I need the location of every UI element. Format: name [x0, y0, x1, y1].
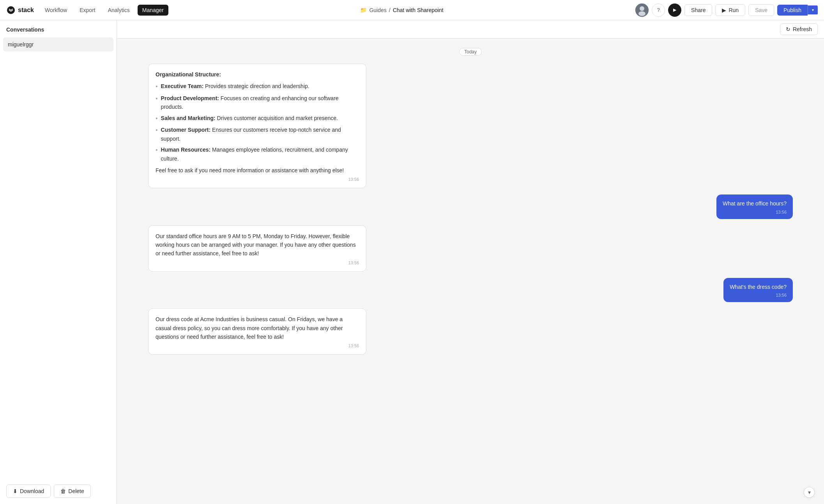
publish-button-group: Publish ▾: [777, 5, 818, 16]
user-message-4: What's the dress code? 13:56: [723, 278, 793, 302]
bot-message-3: Our standard office hours are 9 AM to 5 …: [148, 225, 366, 272]
msg5-timestamp: 13:56: [156, 343, 359, 348]
question-icon: ?: [657, 7, 660, 13]
msg1-timestamp: 13:56: [156, 177, 359, 182]
msg4-timestamp: 13:56: [730, 293, 787, 297]
bot-message-1: Organizational Structure: Executive Team…: [148, 64, 366, 188]
msg1-heading: Organizational Structure:: [156, 70, 359, 79]
nav-analytics[interactable]: Analytics: [103, 5, 134, 16]
msg4-text: What's the dress code?: [730, 283, 787, 291]
sidebar-bottom: ⬇ Download 🗑 Delete: [0, 478, 117, 504]
msg1-bullets: Executive Team: Provides strategic direc…: [156, 82, 359, 163]
msg5-text: Our dress code at Acme Industries is bus…: [156, 315, 359, 341]
header: stack Workflow Export Analytics Manager …: [0, 0, 824, 20]
main-layout: Conversations miguelrggr ⬇ Download 🗑 De…: [0, 20, 824, 504]
svg-point-2: [640, 6, 644, 11]
refresh-bar: ↻ Refresh: [117, 20, 824, 39]
bullet-executive: Executive Team: Provides strategic direc…: [156, 82, 359, 92]
nav-export[interactable]: Export: [75, 5, 100, 16]
save-button[interactable]: Save: [748, 4, 774, 16]
sidebar-title: Conversations: [0, 20, 117, 36]
delete-label: Delete: [68, 488, 84, 494]
user-message-2: What are the office hours? 13:56: [716, 195, 793, 219]
refresh-icon: ↻: [786, 26, 790, 32]
msg3-text: Our standard office hours are 9 AM to 5 …: [156, 232, 359, 258]
chevron-down-icon: ▾: [808, 489, 811, 495]
bot-message-5: Our dress code at Acme Industries is bus…: [148, 308, 366, 355]
download-label: Download: [20, 488, 44, 494]
avatar: [635, 4, 649, 17]
help-button[interactable]: ?: [652, 4, 665, 17]
breadcrumb-folder: Guides: [369, 7, 386, 13]
bullet-hr: Human Resources: Manages employee relati…: [156, 145, 359, 163]
delete-icon: 🗑: [60, 488, 66, 494]
msg2-timestamp: 13:56: [723, 210, 787, 214]
logo: stack: [6, 5, 34, 15]
chat-messages[interactable]: Today Organizational Structure: Executiv…: [117, 39, 824, 504]
msg3-timestamp: 13:56: [156, 260, 359, 265]
msg2-text: What are the office hours?: [723, 199, 787, 208]
run-label: Run: [729, 7, 739, 13]
breadcrumb-folder-icon: 📁: [360, 7, 367, 13]
download-button[interactable]: ⬇ Download: [6, 485, 51, 498]
nav-manager[interactable]: Manager: [138, 5, 168, 16]
refresh-button[interactable]: ↻ Refresh: [780, 23, 818, 35]
breadcrumb: 📁 Guides / Chat with Sharepoint: [172, 7, 632, 13]
breadcrumb-separator: /: [389, 7, 391, 13]
refresh-label: Refresh: [793, 26, 812, 32]
logo-icon: [6, 5, 16, 15]
chat-area: ↻ Refresh Today Organizational Structure…: [117, 20, 824, 504]
sidebar-item-miguelrggr[interactable]: miguelrggr: [3, 37, 113, 51]
svg-point-3: [638, 11, 645, 16]
chevron-down-icon: ▾: [812, 8, 814, 12]
header-right: ? ▶ Share ▶ Run Save Publish ▾: [635, 4, 818, 17]
delete-button[interactable]: 🗑 Delete: [54, 485, 90, 498]
nav-workflow[interactable]: Workflow: [40, 5, 72, 16]
publish-dropdown-button[interactable]: ▾: [808, 5, 818, 14]
scroll-to-bottom-button[interactable]: ▾: [804, 487, 815, 498]
sidebar-item-label: miguelrggr: [8, 41, 34, 48]
run-icon: ▶: [722, 7, 726, 13]
bullet-support: Customer Support: Ensures our customers …: [156, 126, 359, 143]
date-badge: Today: [148, 48, 793, 56]
publish-main-button[interactable]: Publish: [777, 5, 808, 16]
play-icon-button[interactable]: ▶: [668, 4, 681, 17]
share-button[interactable]: Share: [684, 4, 712, 16]
bullet-product: Product Development: Focuses on creating…: [156, 94, 359, 111]
logo-text: stack: [18, 7, 34, 14]
breadcrumb-current: Chat with Sharepoint: [393, 7, 444, 13]
run-button[interactable]: ▶ Run: [715, 4, 745, 16]
msg1-footer: Feel free to ask if you need more inform…: [156, 166, 359, 175]
bullet-sales: Sales and Marketing: Drives customer acq…: [156, 114, 359, 124]
play-icon: ▶: [673, 7, 676, 12]
sidebar: Conversations miguelrggr ⬇ Download 🗑 De…: [0, 20, 117, 504]
download-icon: ⬇: [13, 488, 18, 494]
